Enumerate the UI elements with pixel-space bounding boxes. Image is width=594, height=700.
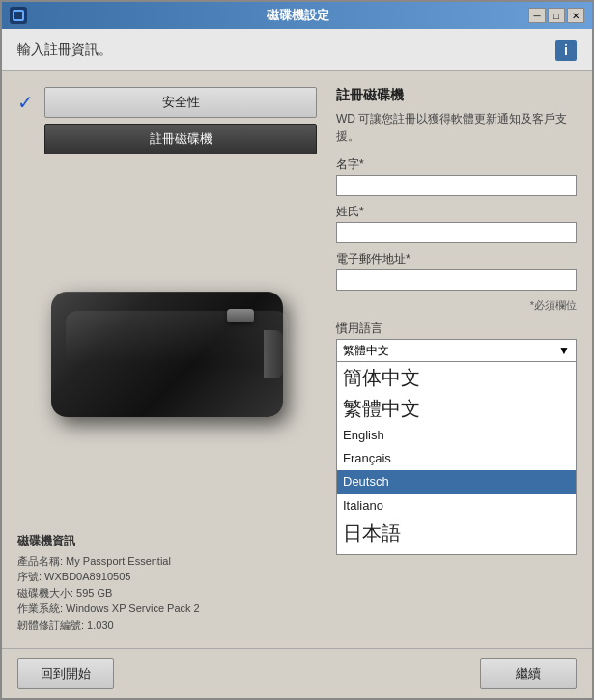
- header-bar: 輸入註冊資訊。 i: [2, 29, 592, 71]
- nav-section: ✓ 安全性 註冊磁碟機: [17, 87, 317, 154]
- drive-info-title: 磁碟機資訊: [17, 533, 317, 549]
- header-text: 輸入註冊資訊。: [17, 42, 112, 59]
- lastname-input[interactable]: [336, 222, 577, 243]
- drive-info-line-1: 產品名稱: My Passport Essential: [17, 553, 317, 570]
- info-button[interactable]: i: [555, 40, 577, 61]
- lastname-label: 姓氏*: [336, 204, 577, 220]
- email-label: 電子郵件地址*: [336, 251, 577, 267]
- lang-option[interactable]: 한국어: [337, 548, 576, 554]
- lang-select-header[interactable]: 繁體中文 ▼: [336, 339, 577, 362]
- lang-label: 慣用語言: [336, 321, 577, 337]
- drive-info-lines: 產品名稱: My Passport Essential 序號: WXBD0A89…: [17, 553, 317, 633]
- drive-info: 磁碟機資訊 產品名稱: My Passport Essential 序號: WX…: [17, 533, 317, 633]
- required-note: *必須欄位: [336, 298, 577, 313]
- lang-section: 慣用語言 繁體中文 ▼ 簡体中文繁體中文EnglishFrançaisDeuts…: [336, 321, 577, 555]
- lang-option[interactable]: Deutsch: [337, 470, 576, 493]
- window-title: 磁碟機設定: [68, 7, 528, 24]
- lang-option[interactable]: 日本語: [337, 518, 576, 548]
- next-button[interactable]: 繼續: [480, 658, 577, 689]
- lang-option[interactable]: 簡体中文: [337, 362, 576, 393]
- lang-option[interactable]: English: [337, 424, 576, 447]
- name-label: 名字*: [336, 156, 577, 173]
- lang-dropdown: 簡体中文繁體中文EnglishFrançaisDeutschItaliano日本…: [336, 362, 577, 555]
- back-button[interactable]: 回到開始: [17, 658, 114, 689]
- form-group-lastname: 姓氏*: [336, 204, 577, 243]
- hdd-shine: [66, 311, 288, 364]
- email-input[interactable]: [336, 269, 577, 291]
- form-group-email: 電子郵件地址*: [336, 251, 577, 291]
- main-window: 磁碟機設定 ─ □ ✕ 輸入註冊資訊。 i ✓ 安全性 註冊磁碟機: [0, 0, 594, 700]
- drive-info-line-4: 作業系統: Windows XP Service Pack 2: [17, 601, 317, 617]
- drive-image-container: [17, 180, 317, 529]
- title-bar-buttons: ─ □ ✕: [528, 8, 584, 23]
- left-panel: ✓ 安全性 註冊磁碟機: [17, 87, 317, 632]
- lang-option[interactable]: Français: [337, 447, 576, 470]
- drive-info-line-5: 韌體修訂編號: 1.030: [17, 617, 317, 633]
- title-bar: 磁碟機設定 ─ □ ✕: [2, 2, 592, 29]
- register-button[interactable]: 註冊磁碟機: [44, 124, 317, 154]
- drive-image: [42, 277, 293, 432]
- lang-option[interactable]: Italiano: [337, 494, 576, 518]
- register-title: 註冊磁碟機: [336, 87, 577, 104]
- form-group-name: 名字*: [336, 156, 577, 196]
- lang-selected-text: 繁體中文: [343, 343, 389, 359]
- hdd-connector: [264, 330, 283, 378]
- lang-list[interactable]: 簡体中文繁體中文EnglishFrançaisDeutschItaliano日本…: [337, 362, 576, 554]
- dropdown-arrow-icon: ▼: [558, 344, 570, 357]
- app-icon: [10, 7, 27, 24]
- lang-option[interactable]: 繁體中文: [337, 393, 576, 424]
- nav-item-security: ✓ 安全性: [17, 87, 317, 118]
- maximize-button[interactable]: □: [548, 8, 565, 23]
- security-button[interactable]: 安全性: [44, 87, 317, 118]
- checkmark-security: ✓: [17, 91, 37, 114]
- drive-info-line-2: 序號: WXBD0A8910505: [17, 569, 317, 585]
- name-input[interactable]: [336, 175, 577, 196]
- footer-bar: 回到開始 繼續: [2, 648, 592, 698]
- hdd-button: [227, 309, 254, 322]
- close-button[interactable]: ✕: [567, 8, 584, 23]
- hdd-body: [51, 292, 283, 417]
- register-desc: WD 可讓您註冊以獲得軟體更新通知及客戶支援。: [336, 110, 577, 145]
- nav-item-register: 註冊磁碟機: [17, 124, 317, 154]
- minimize-button[interactable]: ─: [528, 8, 546, 23]
- drive-info-line-3: 磁碟機大小: 595 GB: [17, 585, 317, 602]
- right-panel: 註冊磁碟機 WD 可讓您註冊以獲得軟體更新通知及客戶支援。 名字* 姓氏* 電子…: [336, 87, 577, 632]
- content-area: ✓ 安全性 註冊磁碟機: [2, 71, 592, 648]
